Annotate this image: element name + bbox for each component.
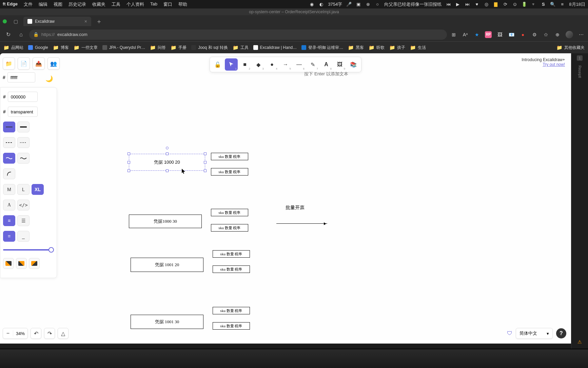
record-icon[interactable]: ◉ (309, 2, 314, 7)
menu-view[interactable]: 视图 (54, 1, 62, 7)
target-icon[interactable]: ◎ (484, 2, 489, 7)
zoom-out-button[interactable]: − (3, 330, 13, 336)
menu-window[interactable]: 窗口 (163, 1, 172, 7)
resize-handle-s[interactable] (166, 169, 169, 172)
resize-handle-w[interactable] (128, 161, 130, 164)
bookmark-item[interactable]: 📁工具 (233, 45, 249, 51)
canvas-small-box[interactable]: sku 数量 税率 (213, 250, 250, 258)
menu-edit[interactable]: 编辑 (39, 1, 47, 7)
collections-icon[interactable]: ⊕ (554, 31, 561, 38)
batch-label[interactable]: 批量开票 (286, 205, 305, 211)
app-install-icon[interactable]: ⊞ (450, 31, 457, 38)
home-button[interactable]: ⌂ (16, 30, 26, 39)
browser-tab[interactable]: Excalidraw × (23, 17, 91, 26)
canvas-box[interactable]: 凭据 1001 30 (131, 315, 203, 329)
favorites-icon[interactable]: ✩ (543, 31, 549, 38)
canvas-small-box[interactable]: sku 数量 税率 (213, 307, 250, 314)
bookmark-item[interactable]: JPA - Querydsl Pr… (102, 45, 145, 50)
star-icon[interactable]: ★ (473, 31, 480, 38)
other-bookmarks[interactable]: 📁其他收藏夹 (556, 45, 585, 51)
date[interactable]: 8月18日 (569, 1, 585, 7)
menu-help[interactable]: 帮助 (178, 1, 187, 7)
extension-gear-icon[interactable]: ⚙ (531, 31, 538, 38)
bookmark-item[interactable]: 登录-明御 运维审… (301, 45, 343, 51)
refresh-button[interactable]: ↻ (3, 30, 13, 39)
circle-icon[interactable]: ○ (375, 2, 380, 7)
resize-handle-ne[interactable] (204, 152, 207, 155)
warning-icon[interactable]: ⚠ (577, 339, 582, 345)
close-tab-icon[interactable]: × (84, 19, 87, 24)
language-select[interactable]: 简体中文 ▾ (516, 328, 553, 339)
screen-icon[interactable]: ▣ (356, 2, 361, 7)
redo-button[interactable]: ↷ (44, 328, 55, 339)
canvas-small-box[interactable]: sku 数量 税率 (213, 265, 250, 273)
resize-handle-nw[interactable] (128, 152, 130, 155)
s-icon[interactable]: S (541, 2, 546, 7)
help-button[interactable]: ? (556, 328, 566, 338)
canvas-small-box[interactable]: sku 数量 税率 (211, 153, 248, 160)
profile-avatar[interactable] (566, 31, 573, 38)
bookmark-item[interactable]: Jooq 和 sql 转换 (191, 45, 228, 51)
resize-handle-n[interactable] (166, 152, 169, 155)
reader-icon[interactable]: Aᵃ (462, 31, 469, 38)
sidebar-toggle-icon[interactable]: ▢ (14, 19, 18, 24)
control-center-icon[interactable]: ≡ (560, 2, 565, 7)
canvas-small-box[interactable]: sku 数量 税率 (211, 168, 248, 176)
canvas[interactable]: 📁 📄 📤 👥 # 🌙 🔓 1 ■2 ◆3 ●4 →5 —6 ✎7 A8 🖼9 … (0, 53, 571, 344)
bookmark-item[interactable]: 📁品网站 (3, 45, 23, 51)
app-name[interactable]: ft Edge (3, 1, 18, 7)
canvas-small-box[interactable]: sku 数量 税率 (211, 224, 248, 232)
half-circle-icon[interactable]: ◐ (318, 2, 324, 7)
canvas-small-box[interactable]: sku 数量 税率 (211, 209, 248, 216)
extension-rp-icon[interactable]: RP (485, 31, 492, 38)
search-icon[interactable]: 🔍 (550, 2, 555, 7)
bookmark-item[interactable]: 📁孩子 (389, 45, 405, 51)
bookmark-item[interactable]: Google (28, 45, 48, 50)
menu-tools[interactable]: 工具 (112, 1, 120, 7)
play-icon[interactable]: ▶ (455, 2, 460, 7)
menu-profile[interactable]: 个人资料 (126, 1, 144, 7)
bookmark-item[interactable]: 📁问答 (150, 45, 166, 51)
prev-track-icon[interactable]: ⏮ (446, 2, 451, 7)
url-input[interactable]: 🔒 https://excalidraw.com (29, 30, 447, 40)
extension-image-icon[interactable]: 🖼 (496, 31, 503, 38)
menu-file[interactable]: 文件 (24, 1, 33, 7)
sync-icon[interactable]: ⟳ (503, 2, 508, 7)
heart-icon[interactable]: ♥ (474, 2, 479, 7)
traffic-light-green[interactable] (3, 19, 7, 23)
canvas-box[interactable]: 凭据 1001 20 (131, 258, 203, 272)
next-track-icon[interactable]: ⏭ (465, 2, 470, 7)
battery-icon[interactable]: 🔋 (522, 2, 527, 7)
undo-button[interactable]: ↶ (31, 328, 41, 339)
bookmark-item[interactable]: 📁手册 (171, 45, 187, 51)
extension-mail-icon[interactable]: 📧 (508, 31, 515, 38)
bookmark-item[interactable]: Excalidraw | Hand… (253, 45, 297, 50)
new-tab-button[interactable]: ＋ (94, 17, 104, 25)
canvas-arrow[interactable] (276, 223, 327, 224)
menu-history[interactable]: 历史记录 (68, 1, 86, 7)
menu-tab[interactable]: Tab (150, 1, 157, 7)
resize-handle-sw[interactable] (128, 169, 130, 172)
bookmark-item[interactable]: 📁博客 (53, 45, 69, 51)
menu-favorites[interactable]: 收藏夹 (92, 1, 105, 7)
shield-icon[interactable]: 🛡 (507, 330, 512, 336)
bookmark-item[interactable]: 📁听歌 (369, 45, 385, 51)
clock-icon[interactable]: ⊙ (512, 2, 517, 7)
resize-handle-se[interactable] (204, 169, 207, 172)
eraser-button[interactable]: △ (58, 328, 68, 339)
note-icon[interactable]: ▇ (493, 2, 498, 7)
canvas-selected-box[interactable]: 凭据 1000 20 (129, 154, 205, 171)
globe-icon[interactable]: ⊗ (365, 2, 371, 7)
bookmark-item[interactable]: 📁一些文章 (74, 45, 98, 51)
bookmark-item[interactable]: 📁黑客 (348, 45, 364, 51)
bookmark-item[interactable]: 📁生活 (410, 45, 426, 51)
rotate-handle[interactable] (166, 147, 169, 149)
zoom-value[interactable]: 34% (13, 331, 27, 336)
wifi-icon[interactable]: ᯤ (531, 2, 536, 7)
canvas-box[interactable]: 凭据1000 30 (129, 215, 202, 228)
resize-handle-e[interactable] (204, 161, 207, 164)
mic-icon[interactable]: 🎤 (346, 2, 352, 7)
canvas-small-box[interactable]: sku 数量 税率 (213, 322, 250, 330)
extension-red-icon[interactable]: ● (520, 31, 526, 38)
more-icon[interactable]: ⋯ (578, 31, 585, 38)
